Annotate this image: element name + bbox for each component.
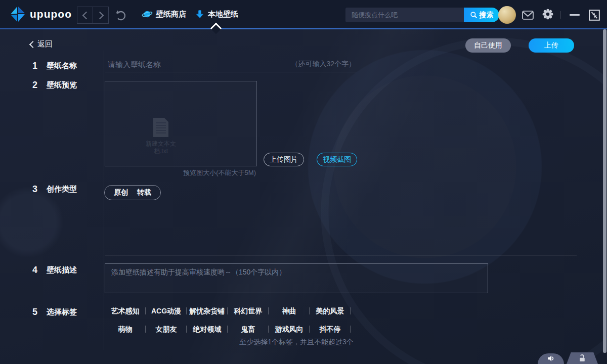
history-nav bbox=[77, 7, 109, 24]
search-button-label: 搜索 bbox=[480, 11, 494, 20]
planet-icon bbox=[142, 9, 153, 20]
nav-wallpaper-store[interactable]: 壁纸商店 bbox=[142, 0, 186, 28]
text-file-icon bbox=[153, 118, 168, 137]
refresh-button[interactable] bbox=[114, 9, 127, 22]
titlebar-separator bbox=[560, 11, 561, 19]
step-number: 2 bbox=[32, 80, 38, 90]
tag-option[interactable]: 艺术感知 bbox=[105, 306, 146, 316]
type-original-option[interactable]: 原创 bbox=[114, 188, 128, 197]
step-wallpaper-description: 4 壁纸描述 bbox=[32, 265, 77, 276]
search-bar: 搜索 bbox=[345, 8, 499, 22]
tag-option[interactable]: 女朋友 bbox=[146, 324, 187, 334]
title-bar: upupoo 壁纸商店 本地壁纸 bbox=[0, 0, 607, 29]
search-button[interactable]: 搜索 bbox=[464, 8, 499, 22]
step-wallpaper-name: 1 壁纸名称 bbox=[32, 61, 77, 71]
mini-mode-button[interactable] bbox=[587, 8, 601, 22]
step-number: 3 bbox=[32, 184, 38, 195]
sidebar-divider bbox=[104, 51, 104, 350]
chevron-right-icon bbox=[96, 11, 104, 19]
user-avatar[interactable] bbox=[498, 6, 516, 24]
search-input[interactable] bbox=[345, 8, 464, 22]
preview-dropzone[interactable]: 新建文本文 档.txt bbox=[105, 81, 257, 166]
tag-option[interactable]: 美的风景 bbox=[310, 306, 351, 316]
tag-option[interactable]: 抖不停 bbox=[310, 324, 351, 334]
gear-icon bbox=[542, 8, 554, 20]
name-char-counter: （还可输入32个字） bbox=[291, 60, 357, 69]
tag-option[interactable]: 萌物 bbox=[105, 324, 146, 334]
description-textarea[interactable] bbox=[105, 263, 488, 293]
tags-selection-hint: 至少选择1个标签，并且不能超过3个 bbox=[105, 338, 488, 347]
tag-option[interactable]: 神曲 bbox=[269, 306, 310, 316]
step-creation-type: 3 创作类型 bbox=[32, 184, 77, 195]
description-area bbox=[105, 263, 488, 293]
nav-shop-label: 壁纸商店 bbox=[156, 10, 186, 19]
settings-button[interactable] bbox=[542, 9, 554, 20]
tag-option[interactable]: 游戏风向 bbox=[269, 324, 310, 334]
logo-wordmark: upupoo bbox=[30, 8, 72, 20]
upupoo-diamond-icon bbox=[9, 6, 26, 23]
vertical-scrollbar-thumb[interactable] bbox=[603, 29, 606, 353]
step-wallpaper-preview: 2 壁纸预览 bbox=[32, 80, 77, 90]
ghost-filename-line2: 档.txt bbox=[128, 148, 194, 155]
step-number: 4 bbox=[32, 265, 38, 276]
download-arrow-icon bbox=[195, 9, 205, 19]
section-divider bbox=[105, 255, 577, 256]
preview-size-hint: 预览图大小(不能大于5M) bbox=[105, 168, 256, 177]
step-label: 创作类型 bbox=[47, 185, 77, 194]
unlock-icon bbox=[577, 353, 587, 363]
tag-option[interactable]: ACG动漫 bbox=[146, 306, 187, 316]
step-select-tags: 5 选择标签 bbox=[32, 307, 77, 317]
step-label: 壁纸描述 bbox=[47, 265, 77, 275]
nav-local-label: 本地壁纸 bbox=[208, 10, 238, 19]
creation-type-toggle: 原创 转载 bbox=[104, 185, 161, 200]
app-logo[interactable]: upupoo bbox=[9, 6, 72, 23]
back-arrow-button[interactable] bbox=[77, 7, 93, 24]
wallpaper-name-input[interactable] bbox=[105, 60, 291, 69]
back-chevron-icon bbox=[29, 40, 36, 48]
tags-row-1: 艺术感知 ACG动漫 解忧杂货铺 科幻世界 神曲 美的风景 bbox=[105, 306, 351, 316]
self-use-button[interactable]: 自己使用 bbox=[465, 38, 511, 53]
type-repost-option[interactable]: 转载 bbox=[137, 188, 151, 197]
step-label: 壁纸名称 bbox=[47, 61, 77, 71]
tags-row-2: 萌物 女朋友 绝对领域 鬼畜 游戏风向 抖不停 bbox=[105, 324, 351, 334]
mail-icon bbox=[522, 11, 534, 20]
minimize-button[interactable] bbox=[570, 14, 580, 16]
tag-option[interactable]: 解忧杂货铺 bbox=[187, 306, 228, 316]
tag-option[interactable]: 鬼畜 bbox=[228, 324, 269, 334]
video-capture-button[interactable]: 视频截图 bbox=[317, 153, 357, 166]
speaker-icon bbox=[546, 354, 556, 363]
tag-option[interactable]: 绝对领域 bbox=[187, 324, 228, 334]
tag-option[interactable]: 科幻世界 bbox=[228, 306, 269, 316]
upload-button[interactable]: 上传 bbox=[529, 38, 574, 53]
volume-tab[interactable] bbox=[538, 353, 564, 364]
desktop-ghost-file: 新建文本文 档.txt bbox=[128, 118, 194, 155]
forward-arrow-button[interactable] bbox=[93, 7, 109, 24]
step-label: 选择标签 bbox=[47, 307, 77, 317]
chevron-left-icon bbox=[82, 11, 90, 19]
step-label: 壁纸预览 bbox=[47, 80, 77, 90]
back-label: 返回 bbox=[37, 39, 53, 49]
search-icon bbox=[470, 11, 478, 19]
step-number: 5 bbox=[32, 307, 38, 317]
messages-button[interactable] bbox=[522, 10, 534, 21]
back-link[interactable]: 返回 bbox=[30, 39, 53, 49]
ghost-filename-line1: 新建文本文 bbox=[128, 140, 194, 148]
step-number: 1 bbox=[32, 61, 38, 71]
collapse-window-icon bbox=[588, 9, 600, 21]
wallpaper-name-row: （还可输入32个字） bbox=[105, 57, 357, 72]
lock-tab[interactable] bbox=[567, 352, 598, 364]
upupoo-window: upupoo 壁纸商店 本地壁纸 bbox=[0, 0, 607, 364]
upload-image-button[interactable]: 上传图片 bbox=[264, 153, 304, 166]
refresh-icon bbox=[114, 9, 127, 22]
